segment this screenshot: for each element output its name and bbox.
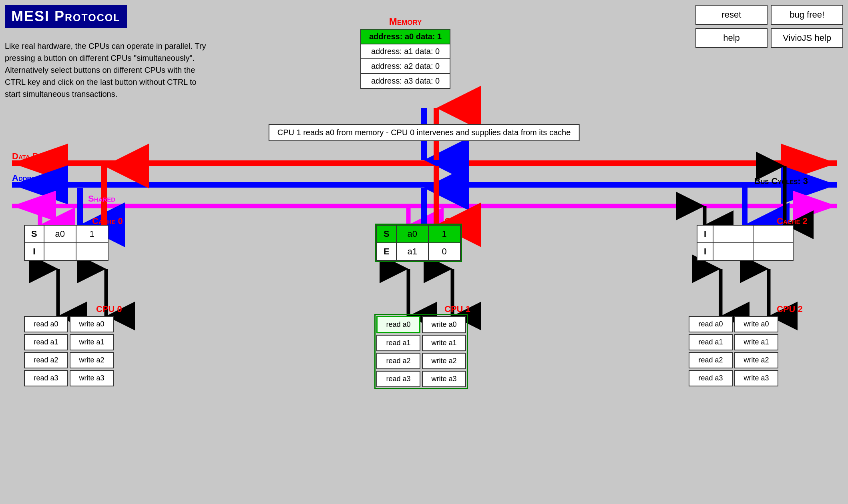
- data-bus-label: Data Bus: [12, 151, 47, 162]
- cpu1-write-a0[interactable]: write a0: [422, 316, 466, 333]
- cpu2-write-a1[interactable]: write a1: [734, 334, 778, 350]
- cpu2-write-a2[interactable]: write a2: [734, 352, 778, 368]
- cache1-row0-state: S: [377, 225, 396, 243]
- cache2-row1-data: [753, 243, 793, 260]
- cpu1-buttons: read a0 write a0 read a1 write a1 read a…: [376, 316, 466, 387]
- cpu2-read-a3[interactable]: read a3: [689, 370, 733, 386]
- viviojshelp-button[interactable]: VivioJS help: [771, 28, 843, 48]
- cpu2-write-a0[interactable]: write a0: [734, 316, 778, 332]
- cpu1-read-a0[interactable]: read a0: [376, 316, 420, 333]
- bug-free-button[interactable]: bug free!: [771, 5, 843, 25]
- memory-row-3: address: a3 data: 0: [361, 74, 450, 88]
- cache2-row0-addr: [713, 225, 753, 243]
- reset-button[interactable]: reset: [695, 5, 768, 25]
- cpu0-write-a2[interactable]: write a2: [70, 352, 114, 368]
- cache0-row1-data: [76, 243, 108, 260]
- cache1-row0-data: 1: [428, 225, 460, 243]
- cpu2-read-a1[interactable]: read a1: [689, 334, 733, 350]
- cpu2-buttons: read a0 write a0 read a1 write a1 read a…: [689, 316, 778, 386]
- cpu1-write-a1[interactable]: write a1: [422, 335, 466, 351]
- cache0-row0-state: S: [24, 225, 44, 243]
- cpu1-read-a2[interactable]: read a2: [376, 353, 420, 369]
- address-bus-label: Address Bus: [12, 173, 60, 183]
- cache1-row1-data: 0: [428, 243, 460, 260]
- cpu2-label: CPU 2: [777, 304, 803, 314]
- cpu1-write-a2[interactable]: write a2: [422, 353, 466, 369]
- top-buttons: reset bug free! help VivioJS help: [695, 5, 843, 48]
- cache2-row0-state: I: [697, 225, 713, 243]
- cache2-table: I I: [697, 225, 794, 261]
- memory-row-1: address: a1 data: 0: [361, 44, 450, 59]
- cache1-row1-state: E: [377, 243, 396, 260]
- cpu0-read-a1[interactable]: read a1: [24, 334, 68, 350]
- cache2-row1-addr: [713, 243, 753, 260]
- cpu0-write-a3[interactable]: write a3: [70, 370, 114, 386]
- page-title: MESI Protocol: [5, 5, 127, 28]
- cache0-table: S a0 1 I: [24, 225, 109, 261]
- help-button[interactable]: help: [695, 28, 768, 48]
- cpu0-read-a0[interactable]: read a0: [24, 316, 68, 332]
- cache0-row0-data: 1: [76, 225, 108, 243]
- cache1-row1-addr: a1: [396, 243, 428, 260]
- cache0-row1-addr: [44, 243, 76, 260]
- cpu0-read-a2[interactable]: read a2: [24, 352, 68, 368]
- cpu1-write-a3[interactable]: write a3: [422, 371, 466, 387]
- cache0-row0-addr: a0: [44, 225, 76, 243]
- memory-row-2: address: a2 data: 0: [361, 59, 450, 74]
- shared-bus-label: Shared: [88, 194, 115, 204]
- cpu0-write-a1[interactable]: write a1: [70, 334, 114, 350]
- cpu0-buttons: read a0 write a0 read a1 write a1 read a…: [24, 316, 114, 386]
- cpu0-label: CPU 0: [96, 304, 122, 314]
- memory-section: Memory address: a0 data: 1 address: a1 d…: [360, 16, 450, 89]
- cpu2-read-a0[interactable]: read a0: [689, 316, 733, 332]
- cpu0-write-a0[interactable]: write a0: [70, 316, 114, 332]
- memory-table: address: a0 data: 1 address: a1 data: 0 …: [360, 29, 450, 89]
- cache2-row0-data: [753, 225, 793, 243]
- cpu2-read-a2[interactable]: read a2: [689, 352, 733, 368]
- description-text: Like real hardware, the CPUs can operate…: [5, 40, 213, 100]
- cpu0-read-a3[interactable]: read a3: [24, 370, 68, 386]
- memory-row-0: address: a0 data: 1: [361, 29, 450, 44]
- cpu1-label: CPU 1: [444, 304, 470, 314]
- status-message: CPU 1 reads a0 from memory - CPU 0 inter…: [269, 124, 580, 141]
- cpu1-read-a1[interactable]: read a1: [376, 335, 420, 351]
- cache1-row0-addr: a0: [396, 225, 428, 243]
- cpu2-write-a3[interactable]: write a3: [734, 370, 778, 386]
- cache2-row1-state: I: [697, 243, 713, 260]
- cpu1-read-a3[interactable]: read a3: [376, 371, 420, 387]
- cache0-row1-state: I: [24, 243, 44, 260]
- memory-label: Memory: [360, 16, 450, 27]
- bus-cycles-label: Bus Cycles: 3: [754, 176, 808, 186]
- cache1-table: S a0 1 E a1 0: [376, 225, 461, 261]
